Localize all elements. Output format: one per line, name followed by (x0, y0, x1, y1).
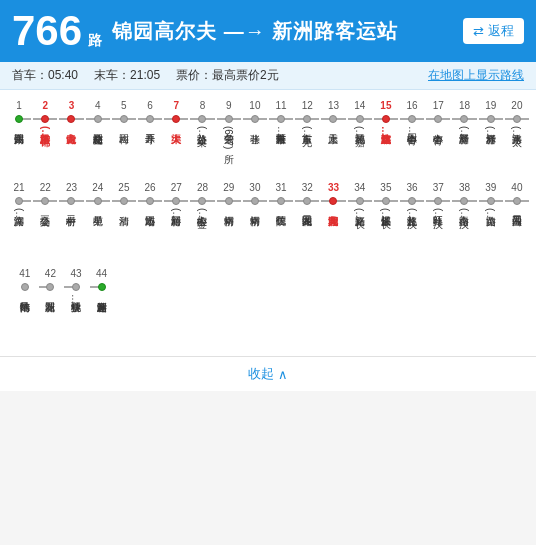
stop-cell[interactable]: 8公益路(梁… (189, 98, 215, 180)
stop-number: 40 (511, 182, 522, 194)
stop-dot (225, 115, 233, 123)
stop-dot (21, 283, 29, 291)
stop-cell[interactable]: 16体育中心四… (399, 98, 425, 180)
stop-number: 44 (96, 268, 107, 280)
stop-dot (434, 115, 442, 123)
stop-cell[interactable]: 40工业园二号门 (504, 180, 530, 262)
stop-cell[interactable]: 43科技职业学… (63, 266, 89, 348)
stop-cell[interactable]: 5梅园 (111, 98, 137, 180)
stop-dot (356, 115, 364, 123)
stop-cell[interactable]: 18墨泽新村(… (451, 98, 477, 180)
stop-cell[interactable]: 4梅园公交总站 (85, 98, 111, 180)
stop-cell[interactable]: 39黄山路(… (478, 180, 504, 262)
stop-cell[interactable]: 20水秀路(太… (504, 98, 530, 180)
stop-cell[interactable]: 42新洲花园 (38, 266, 64, 348)
stop-cell[interactable]: 11市重东外科医… (268, 98, 294, 180)
stop-dot-row (64, 280, 88, 294)
stop-name: 仁德医院 (275, 208, 288, 260)
stop-number: 10 (249, 100, 260, 112)
stop-number: 36 (407, 182, 418, 194)
stop-dot-row (90, 280, 114, 294)
stop-cell[interactable]: 21湖滨路(… (6, 180, 32, 262)
stop-cell[interactable]: 29南钢桥 (216, 180, 242, 262)
stop-dot-row (348, 112, 372, 126)
header: 766 路 锦园高尔夫 —→ 新洲路客运站 ⇄ 返程 (0, 0, 536, 62)
stop-cell[interactable]: 30南钢桥 (242, 180, 268, 262)
stop-name: 新洲花园 (44, 294, 57, 346)
stop-name: 公交三场 (39, 208, 52, 260)
collapse-button[interactable]: 收起 ∧ (0, 356, 536, 391)
stop-name: 赤泽新村(… (484, 126, 497, 178)
stop-cell[interactable]: 34新光路(长… (347, 180, 373, 262)
stop-dot-row (295, 112, 319, 126)
stop-cell[interactable]: 12市重东(允… (294, 98, 320, 180)
stop-number: 18 (459, 100, 470, 112)
stop-cell[interactable]: 15建筑路鑫… (373, 98, 399, 180)
stop-dot (94, 115, 102, 123)
stop-cell[interactable]: 26沁园市场 (137, 180, 163, 262)
stop-cell[interactable]: 44新洲路客运站 (89, 266, 115, 348)
stop-cell[interactable]: 32大湖花园二区 (294, 180, 320, 262)
stop-number: 41 (19, 268, 30, 280)
stop-number: 27 (171, 182, 182, 194)
stop-dot-row (39, 280, 63, 294)
stop-number: 42 (45, 268, 56, 280)
stops-row: 21湖滨路(…22公交三场23中桥二村24中星苑25清和26沁园市场27沁园新村… (6, 180, 530, 262)
stop-dot-row (112, 194, 136, 208)
stop-dot (146, 197, 154, 205)
stop-number: 23 (66, 182, 77, 194)
stop-cell[interactable]: 41欧陆风情街 (12, 266, 38, 348)
stop-number: 9 (226, 100, 232, 112)
stop-dot-row (452, 194, 476, 208)
stop-cell[interactable]: 23中桥二村 (58, 180, 84, 262)
stop-cell[interactable]: 31仁德医院 (268, 180, 294, 262)
stop-number: 14 (354, 100, 365, 112)
stop-cell[interactable]: 3青龙山 (58, 98, 84, 180)
stop-name: 长江俱乐部(长… (379, 208, 392, 260)
stops-row: 1锦园高尔夫2雪港路(锦…3青龙山4梅园公交总站5梅园6开原寺7大渠8公益路(梁… (6, 98, 530, 180)
stop-name: 清和 (117, 208, 130, 260)
stop-number: 24 (92, 182, 103, 194)
stop-cell[interactable]: 7大渠 (163, 98, 189, 180)
stop-cell[interactable]: 17体育中心 (425, 98, 451, 180)
route-number: 766 (12, 10, 82, 52)
stop-cell[interactable]: 6开原寺 (137, 98, 163, 180)
stop-dot-row (164, 194, 188, 208)
stop-name: 体育中心 (432, 126, 445, 178)
map-link[interactable]: 在地图上显示路线 (428, 67, 524, 84)
stop-dot (172, 197, 180, 205)
stop-name: 青龙山 (65, 126, 78, 178)
stop-cell[interactable]: 25清和 (111, 180, 137, 262)
stop-cell[interactable]: 1锦园高尔夫 (6, 98, 32, 180)
stop-name: 张巷 (248, 126, 261, 178)
stop-cell[interactable]: 2雪港路(锦… (32, 98, 58, 180)
stop-cell[interactable]: 28疾控中心(金… (189, 180, 215, 262)
stop-cell[interactable]: 35长江俱乐部(长… (373, 180, 399, 262)
stop-name: 黄山路(… (484, 208, 497, 260)
stop-cell[interactable]: 13上康元 (320, 98, 346, 180)
return-button[interactable]: ⇄ 返程 (463, 18, 524, 44)
stop-name: 湖滨路(… (13, 208, 26, 260)
stop-name: 大湖花园二区 (301, 208, 314, 260)
stop-cell[interactable]: 22公交三场 (32, 180, 58, 262)
stop-dot-row (33, 112, 57, 126)
stop-cell[interactable]: 36长江北路(汉… (399, 180, 425, 262)
stop-cell[interactable]: 33大湖花园 (320, 180, 346, 262)
stop-dot (303, 197, 311, 205)
stop-cell[interactable]: 19赤泽新村(… (478, 98, 504, 180)
stop-dot-row (138, 112, 162, 126)
stop-cell[interactable]: 14易鸿苑(嘉… (347, 98, 373, 180)
stop-name: 开原寺 (144, 126, 157, 178)
chevron-up-icon: ∧ (278, 367, 288, 382)
stop-dot (15, 115, 23, 123)
stop-dot (487, 197, 495, 205)
stop-cell[interactable]: 37旺旺路(汉… (425, 180, 451, 262)
stop-cell[interactable]: 27沁园新村(… (163, 180, 189, 262)
stop-cell[interactable]: 10张巷 (242, 98, 268, 180)
stop-dot-row (112, 112, 136, 126)
stop-cell[interactable]: 24中星苑 (85, 180, 111, 262)
stop-cell[interactable]: 38泰山路(汉… (451, 180, 477, 262)
stops-container: 1锦园高尔夫2雪港路(锦…3青龙山4梅园公交总站5梅园6开原寺7大渠8公益路(梁… (0, 90, 536, 356)
stop-cell[interactable]: 9荣各(607所) (216, 98, 242, 180)
stop-dot (408, 115, 416, 123)
